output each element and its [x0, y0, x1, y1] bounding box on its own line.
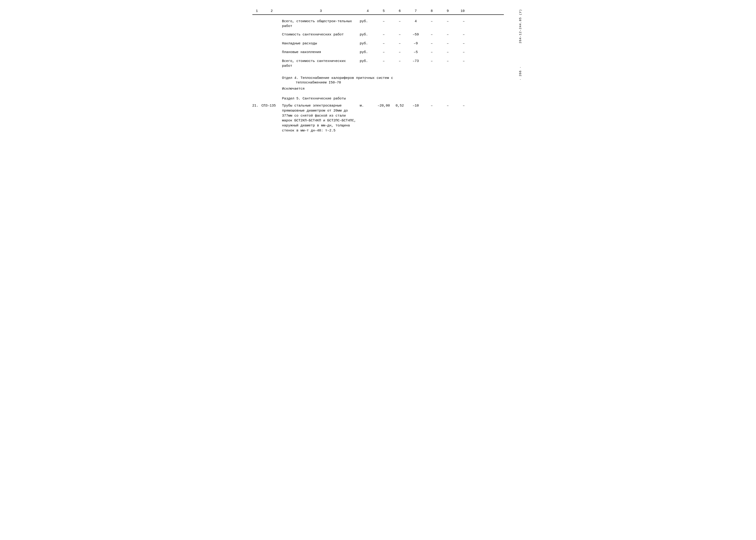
item-row-21: 21. СП3–135 Трубы стальные электросварны… [252, 102, 504, 134]
item21-col5: –20,00 [376, 103, 392, 109]
row4-col8: – [424, 50, 440, 55]
item21-unit: м. [360, 103, 376, 109]
table-row: Стоимость сантехнических работ руб. – – … [252, 30, 504, 39]
row1-col8: – [424, 19, 440, 24]
row5-desc: Всего, стоимость сантехнических работ [282, 59, 360, 68]
row1-col9: – [440, 19, 456, 24]
row4-col7: –5 [408, 50, 424, 55]
col-header-6: 6 [392, 9, 408, 13]
row3-col9: – [440, 41, 456, 47]
row4-col5: – [376, 50, 392, 55]
row4-unit: руб. [360, 50, 376, 55]
col-header-9: 9 [440, 9, 456, 13]
item21-col8: – [424, 103, 440, 109]
row5-col10: – [456, 59, 472, 64]
row5-col6: – [392, 59, 408, 64]
row2-desc: Стоимость сантехнических работ [282, 32, 360, 37]
row1-col10: – [456, 19, 472, 24]
row3-unit: руб. [360, 41, 376, 47]
table-row: Накладные расходы руб. – – –9 – – – [252, 39, 504, 48]
col-header-1: 1 [252, 9, 262, 13]
row3-col5: – [376, 41, 392, 47]
page-wrapper: 264-12-244.85 (У) · 266 · 1 2 3 4 5 6 7 … [14, 9, 742, 134]
row5-col5: – [376, 59, 392, 64]
row2-col8: – [424, 32, 440, 38]
col-header-7: 7 [408, 9, 424, 13]
row2-col6: – [392, 32, 408, 38]
section4-heading-text: Отдел 4. Теплоснабжение калориферов прит… [282, 76, 504, 81]
row3-col10: – [456, 41, 472, 47]
row2-col10: – [456, 32, 472, 38]
row5-col8: – [424, 59, 440, 64]
section5-heading: Раздел 5. Сантехнические работы [252, 92, 504, 102]
col-header-10: 10 [456, 9, 469, 13]
page-ref-bottom: · 266 · [519, 66, 522, 80]
section4-subheading: теплоснабжением I50–70 [282, 81, 504, 84]
col-header-2: 2 [262, 9, 282, 13]
page-container: 264-12-244.85 (У) · 266 · 1 2 3 4 5 6 7 … [252, 9, 504, 134]
col-header-4: 4 [360, 9, 376, 13]
row2-col9: – [440, 32, 456, 38]
row4-col9: – [440, 50, 456, 55]
page-ref-top: 264-12-244.85 (У) [519, 9, 522, 44]
item-desc-21: Трубы стальные электросварные прямошовны… [282, 103, 360, 133]
row1-col5: – [376, 19, 392, 24]
item-number-21: 21. [252, 103, 262, 108]
row3-col7: –9 [408, 41, 424, 47]
row5-col9: – [440, 59, 456, 64]
section4-heading: Отдел 4. Теплоснабжение калориферов прит… [252, 70, 504, 86]
item21-col10: – [456, 103, 472, 109]
col-header-3: 3 [282, 9, 360, 13]
row3-col6: – [392, 41, 408, 47]
item21-col6: 0,52 [392, 103, 408, 109]
row3-desc: Накладные расходы [282, 41, 360, 46]
item21-col7: –10 [408, 103, 424, 109]
excludes-note: Исключается [252, 85, 504, 92]
row4-desc: Плановые накопления [282, 50, 360, 55]
table-row: Всего, стоимость сантехнических работ ру… [252, 57, 504, 70]
row1-col7: 4 [408, 19, 424, 24]
row1-col6: – [392, 19, 408, 24]
row2-col7: –59 [408, 32, 424, 38]
row1-desc: Всего, стоимость общестрои-тельных работ [282, 19, 360, 29]
col-header-5: 5 [376, 9, 392, 13]
item-code-21: СП3–135 [262, 103, 282, 108]
row5-col7: –73 [408, 59, 424, 64]
row3-col8: – [424, 41, 440, 47]
row4-col6: – [392, 50, 408, 55]
row2-col5: – [376, 32, 392, 38]
row5-unit: руб. [360, 59, 376, 64]
table-row: Плановые накопления руб. – – –5 – – – [252, 48, 504, 57]
row4-col10: – [456, 50, 472, 55]
table-row: Всего, стоимость общестрои-тельных работ… [252, 17, 504, 30]
item21-col9: – [440, 103, 456, 109]
column-header-row: 1 2 3 4 5 6 7 8 9 10 [252, 9, 504, 15]
row2-unit: руб. [360, 32, 376, 38]
row1-unit: руб. [360, 19, 376, 24]
right-margin: 264-12-244.85 (У) · 266 · [519, 9, 522, 80]
col-header-8: 8 [424, 9, 440, 13]
